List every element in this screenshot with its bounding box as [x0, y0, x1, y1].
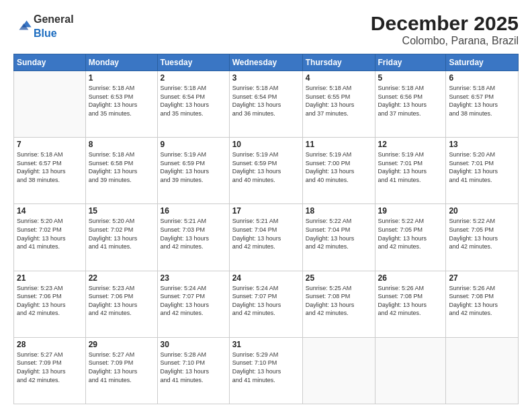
calendar-day-cell: 3Sunrise: 5:18 AMSunset: 6:54 PMDaylight…	[229, 71, 302, 138]
day-number: 7	[17, 140, 83, 149]
calendar-day-cell: 11Sunrise: 5:19 AMSunset: 7:00 PMDayligh…	[302, 138, 375, 204]
calendar-week-row: 21Sunrise: 5:23 AMSunset: 7:06 PMDayligh…	[14, 271, 519, 337]
day-info: Sunrise: 5:26 AMSunset: 7:08 PMDaylight:…	[449, 284, 515, 318]
day-number: 23	[161, 273, 226, 283]
day-number: 25	[306, 273, 372, 283]
day-info: Sunrise: 5:18 AMSunset: 6:57 PMDaylight:…	[449, 84, 515, 118]
calendar-body: 1Sunrise: 5:18 AMSunset: 6:53 PMDaylight…	[14, 71, 519, 404]
day-of-week-header: Saturday	[446, 54, 519, 71]
calendar-day-cell: 19Sunrise: 5:22 AMSunset: 7:05 PMDayligh…	[375, 204, 446, 271]
calendar-day-cell: 6Sunrise: 5:18 AMSunset: 6:57 PMDaylight…	[446, 71, 519, 138]
day-number: 13	[449, 140, 515, 149]
day-info: Sunrise: 5:22 AMSunset: 7:05 PMDaylight:…	[378, 217, 443, 250]
day-of-week-header: Tuesday	[157, 54, 229, 71]
day-number: 26	[378, 273, 443, 283]
calendar-day-cell: 14Sunrise: 5:20 AMSunset: 7:02 PMDayligh…	[14, 204, 86, 271]
day-number: 31	[232, 340, 300, 349]
day-info: Sunrise: 5:28 AMSunset: 7:10 PMDaylight:…	[161, 351, 226, 384]
logo-icon	[13, 17, 32, 36]
calendar-day-cell: 23Sunrise: 5:24 AMSunset: 7:07 PMDayligh…	[157, 271, 229, 337]
title-block: December 2025 Colombo, Parana, Brazil	[371, 12, 519, 47]
calendar-day-cell: 28Sunrise: 5:27 AMSunset: 7:09 PMDayligh…	[14, 337, 86, 404]
calendar-week-row: 7Sunrise: 5:18 AMSunset: 6:57 PMDaylight…	[14, 138, 519, 204]
day-info: Sunrise: 5:18 AMSunset: 6:55 PMDaylight:…	[306, 84, 372, 118]
calendar-day-cell: 8Sunrise: 5:18 AMSunset: 6:58 PMDaylight…	[85, 138, 157, 204]
day-info: Sunrise: 5:18 AMSunset: 6:54 PMDaylight:…	[161, 84, 226, 118]
calendar-day-cell: 16Sunrise: 5:21 AMSunset: 7:03 PMDayligh…	[157, 204, 229, 271]
calendar-day-cell: 30Sunrise: 5:28 AMSunset: 7:10 PMDayligh…	[157, 337, 229, 404]
day-of-week-header: Friday	[375, 54, 446, 71]
calendar-header: SundayMondayTuesdayWednesdayThursdayFrid…	[14, 54, 519, 71]
day-number: 10	[232, 140, 300, 149]
day-info: Sunrise: 5:23 AMSunset: 7:06 PMDaylight:…	[89, 284, 154, 318]
day-number: 18	[306, 206, 372, 216]
day-info: Sunrise: 5:27 AMSunset: 7:09 PMDaylight:…	[89, 351, 154, 384]
calendar-day-cell: 1Sunrise: 5:18 AMSunset: 6:53 PMDaylight…	[85, 71, 157, 138]
day-number: 5	[378, 73, 443, 83]
calendar-day-cell: 10Sunrise: 5:19 AMSunset: 6:59 PMDayligh…	[229, 138, 302, 204]
day-info: Sunrise: 5:21 AMSunset: 7:03 PMDaylight:…	[161, 217, 226, 250]
day-info: Sunrise: 5:18 AMSunset: 6:53 PMDaylight:…	[89, 84, 154, 118]
day-info: Sunrise: 5:22 AMSunset: 7:05 PMDaylight:…	[449, 217, 515, 250]
logo-blue-text: Blue	[34, 28, 57, 39]
day-number: 12	[378, 140, 443, 149]
day-number: 9	[161, 140, 226, 149]
day-of-week-header: Wednesday	[229, 54, 302, 71]
calendar-day-cell: 12Sunrise: 5:19 AMSunset: 7:01 PMDayligh…	[375, 138, 446, 204]
days-of-week-row: SundayMondayTuesdayWednesdayThursdayFrid…	[14, 54, 519, 71]
day-info: Sunrise: 5:20 AMSunset: 7:02 PMDaylight:…	[89, 217, 154, 250]
calendar-day-cell: 13Sunrise: 5:20 AMSunset: 7:01 PMDayligh…	[446, 138, 519, 204]
calendar-day-cell: 15Sunrise: 5:20 AMSunset: 7:02 PMDayligh…	[85, 204, 157, 271]
day-number: 24	[232, 273, 300, 283]
day-number: 28	[17, 340, 83, 349]
calendar-day-cell: 18Sunrise: 5:22 AMSunset: 7:04 PMDayligh…	[302, 204, 375, 271]
calendar-day-cell: 25Sunrise: 5:25 AMSunset: 7:08 PMDayligh…	[302, 271, 375, 337]
calendar-day-cell: 22Sunrise: 5:23 AMSunset: 7:06 PMDayligh…	[85, 271, 157, 337]
day-number: 17	[232, 206, 300, 216]
day-info: Sunrise: 5:20 AMSunset: 7:01 PMDaylight:…	[449, 150, 515, 184]
day-number: 8	[89, 140, 154, 149]
calendar-title: December 2025	[371, 12, 519, 35]
day-number: 16	[161, 206, 226, 216]
day-number: 21	[17, 273, 83, 283]
logo: General Blue	[13, 12, 74, 40]
calendar-day-cell: 20Sunrise: 5:22 AMSunset: 7:05 PMDayligh…	[446, 204, 519, 271]
day-number: 20	[449, 206, 515, 216]
page: General Blue December 2025 Colombo, Para…	[0, 0, 532, 411]
calendar-week-row: 28Sunrise: 5:27 AMSunset: 7:09 PMDayligh…	[14, 337, 519, 404]
day-info: Sunrise: 5:29 AMSunset: 7:10 PMDaylight:…	[232, 351, 300, 384]
day-of-week-header: Thursday	[302, 54, 375, 71]
calendar-day-cell: 2Sunrise: 5:18 AMSunset: 6:54 PMDaylight…	[157, 71, 229, 138]
day-info: Sunrise: 5:19 AMSunset: 7:00 PMDaylight:…	[306, 150, 372, 184]
day-number: 1	[89, 73, 154, 83]
day-info: Sunrise: 5:22 AMSunset: 7:04 PMDaylight:…	[306, 217, 372, 250]
calendar-day-cell: 26Sunrise: 5:26 AMSunset: 7:08 PMDayligh…	[375, 271, 446, 337]
day-number: 14	[17, 206, 83, 216]
calendar-table: SundayMondayTuesdayWednesdayThursdayFrid…	[13, 54, 519, 404]
day-info: Sunrise: 5:18 AMSunset: 6:54 PMDaylight:…	[232, 84, 300, 118]
day-info: Sunrise: 5:25 AMSunset: 7:08 PMDaylight:…	[306, 284, 372, 318]
day-number: 22	[89, 273, 154, 283]
calendar-day-cell	[375, 337, 446, 404]
day-number: 19	[378, 206, 443, 216]
day-number: 3	[232, 73, 300, 83]
day-number: 29	[89, 340, 154, 349]
calendar-day-cell	[14, 71, 86, 138]
day-number: 30	[161, 340, 226, 349]
calendar-day-cell: 5Sunrise: 5:18 AMSunset: 6:56 PMDaylight…	[375, 71, 446, 138]
day-info: Sunrise: 5:27 AMSunset: 7:09 PMDaylight:…	[17, 351, 83, 384]
calendar-day-cell: 17Sunrise: 5:21 AMSunset: 7:04 PMDayligh…	[229, 204, 302, 271]
day-info: Sunrise: 5:19 AMSunset: 6:59 PMDaylight:…	[232, 150, 300, 184]
day-number: 27	[449, 273, 515, 283]
calendar-day-cell: 29Sunrise: 5:27 AMSunset: 7:09 PMDayligh…	[85, 337, 157, 404]
calendar-subtitle: Colombo, Parana, Brazil	[371, 35, 519, 47]
calendar-day-cell: 21Sunrise: 5:23 AMSunset: 7:06 PMDayligh…	[14, 271, 86, 337]
calendar-day-cell: 9Sunrise: 5:19 AMSunset: 6:59 PMDaylight…	[157, 138, 229, 204]
calendar-week-row: 14Sunrise: 5:20 AMSunset: 7:02 PMDayligh…	[14, 204, 519, 271]
day-number: 4	[306, 73, 372, 83]
logo-general-text: General	[34, 13, 74, 25]
day-of-week-header: Sunday	[14, 54, 86, 71]
calendar-day-cell: 31Sunrise: 5:29 AMSunset: 7:10 PMDayligh…	[229, 337, 302, 404]
day-info: Sunrise: 5:24 AMSunset: 7:07 PMDaylight:…	[232, 284, 300, 318]
calendar-day-cell	[446, 337, 519, 404]
